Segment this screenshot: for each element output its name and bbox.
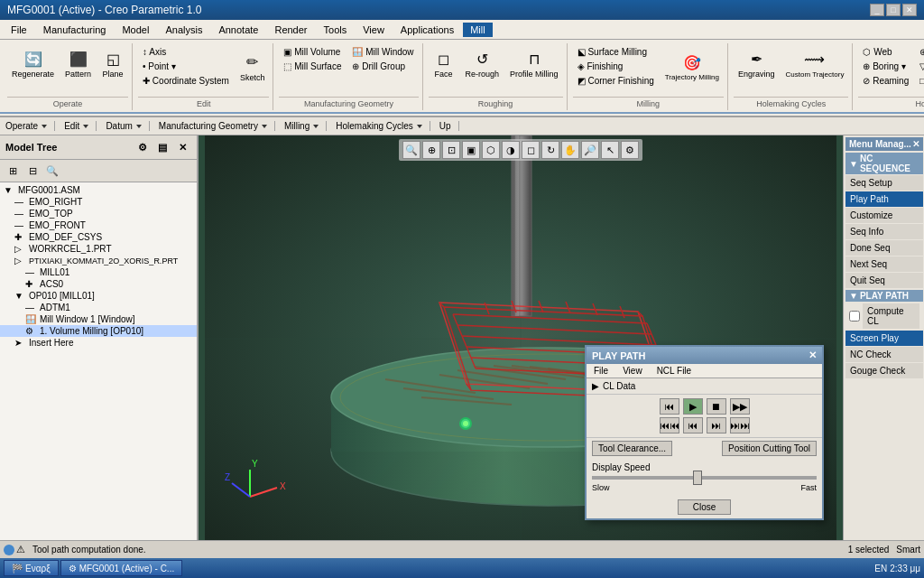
- cmd-holemaking[interactable]: Holemaking Cycles: [334, 121, 424, 131]
- speed-track[interactable]: [592, 476, 817, 480]
- coord-sys-button[interactable]: ✚ Coordinate System: [138, 74, 234, 88]
- menu-model[interactable]: Model: [115, 23, 156, 37]
- screen-play-button[interactable]: Screen Play: [845, 331, 923, 346]
- tree-item-insert-here[interactable]: ➤ Insert Here: [0, 337, 197, 349]
- close-window-button[interactable]: ✕: [902, 4, 917, 16]
- mill-window-button[interactable]: 🪟 Mill Window: [347, 45, 418, 59]
- compute-cl-button[interactable]: Compute CL: [863, 303, 919, 329]
- trajectory-milling-button[interactable]: 🎯 Trajectory Milling: [661, 49, 724, 84]
- done-seq-button[interactable]: Done Seq: [845, 240, 923, 256]
- countersink-button[interactable]: ▽ Countersink: [915, 60, 924, 73]
- tree-collapse-button[interactable]: ⊟: [23, 162, 42, 180]
- tree-item-mfg0001[interactable]: ▼ MFG0001.ASM: [0, 184, 197, 196]
- menu-applications[interactable]: Applications: [393, 23, 461, 37]
- drill-group-button[interactable]: ⊕ Drill Group: [347, 60, 418, 73]
- cmd-milling[interactable]: Milling: [282, 121, 320, 131]
- step-forward-fast-button[interactable]: ⏭⏭: [730, 417, 750, 434]
- rewind-button[interactable]: ⏮: [660, 398, 679, 415]
- shading-button[interactable]: ◑: [502, 141, 520, 159]
- point-button[interactable]: • Point ▾: [138, 60, 234, 73]
- zoom-in-button[interactable]: ⊕: [422, 141, 440, 159]
- menu-mill[interactable]: Mill: [463, 23, 493, 37]
- step-back-button[interactable]: ⏮: [683, 417, 703, 434]
- minimize-button[interactable]: _: [870, 4, 884, 16]
- menu-render[interactable]: Render: [267, 23, 314, 37]
- play-path-button[interactable]: Play Path: [845, 191, 923, 207]
- face-button[interactable]: ◻ Face: [429, 45, 459, 81]
- speed-thumb[interactable]: [693, 471, 702, 485]
- cmd-mfg-geom[interactable]: Manufacturing Geometry: [157, 121, 269, 131]
- next-seq-button[interactable]: Next Seq: [845, 256, 923, 272]
- nc-panel-close-icon[interactable]: ✕: [912, 139, 919, 149]
- tree-item-mill-window[interactable]: 🪟 Mill Window 1 [Window]: [0, 313, 197, 325]
- gouge-check-button[interactable]: Gouge Check: [845, 363, 923, 378]
- play-forward-button[interactable]: ▶▶: [730, 398, 750, 415]
- menu-analysis[interactable]: Analysis: [158, 23, 209, 37]
- cmd-edit[interactable]: Edit: [62, 121, 90, 131]
- tapping-button[interactable]: ⊛ Tapping: [915, 45, 924, 59]
- axis-button[interactable]: ↕ Axis: [138, 45, 234, 59]
- finishing-button[interactable]: ◈ Finishing: [573, 60, 659, 73]
- cl-data-expand-icon[interactable]: ▶: [592, 381, 599, 391]
- tree-item-workrcel[interactable]: ▷ WORKRCEL_1.PRT: [0, 243, 197, 255]
- position-cutting-tool-button[interactable]: Position Cutting Tool: [722, 441, 817, 456]
- play-path-close-icon[interactable]: ✕: [808, 350, 817, 361]
- maximize-button[interactable]: □: [886, 4, 901, 16]
- rerough-button[interactable]: ↺ Re-rough: [461, 45, 504, 81]
- tree-search-button[interactable]: 🔍: [43, 162, 61, 180]
- custom-traj-button[interactable]: ⟿ Custom Trajectory: [781, 46, 848, 81]
- tree-item-op010[interactable]: ▼ OP010 [MILL01]: [0, 290, 197, 302]
- seq-setup-button[interactable]: Seq Setup: [845, 175, 923, 191]
- quit-seq-button[interactable]: Quit Seq: [845, 273, 923, 288]
- tree-item-emo-top[interactable]: — EMO_TOP: [0, 208, 197, 219]
- stop-button[interactable]: ⏹: [707, 398, 726, 415]
- select-button[interactable]: ↖: [601, 141, 619, 159]
- engraving-button[interactable]: ✒ Engraving: [734, 45, 780, 81]
- regenerate-button[interactable]: 🔄 Regenerate: [7, 45, 59, 81]
- cmd-operate[interactable]: Operate: [4, 121, 49, 131]
- cmd-up[interactable]: Up: [438, 121, 453, 131]
- refit-button[interactable]: ⬡: [482, 141, 500, 159]
- pan-button[interactable]: ✋: [561, 141, 579, 159]
- tree-filter-button[interactable]: ▤: [153, 138, 171, 156]
- tree-settings-button[interactable]: ⚙: [134, 138, 152, 156]
- sketch-button[interactable]: ✏ Sketch: [236, 49, 270, 85]
- nc-check-button[interactable]: NC Check: [845, 347, 923, 362]
- menu-view[interactable]: View: [356, 23, 392, 37]
- title-bar-controls[interactable]: _ □ ✕: [870, 4, 917, 16]
- tree-expand-button[interactable]: ⊞: [4, 162, 22, 180]
- pp-menu-file[interactable]: File: [587, 364, 615, 378]
- step-back-fast-button[interactable]: ⏮⏮: [660, 417, 679, 434]
- tree-item-volume-milling[interactable]: ⚙ 1. Volume Milling [OP010]: [0, 325, 197, 337]
- tree-item-ptixiaki[interactable]: ▷ PTIXIAKI_KOMMATI_2O_XORIS_R.PRT: [0, 255, 197, 266]
- corner-finishing-button[interactable]: ◩ Corner Finishing: [573, 74, 659, 88]
- seq-info-button[interactable]: Seq Info: [845, 224, 923, 239]
- dialog-close-button[interactable]: Close: [678, 499, 732, 515]
- tree-item-emo-right[interactable]: — EMO_RIGHT: [0, 196, 197, 208]
- zoom-full-button[interactable]: ⊡: [442, 141, 460, 159]
- menu-manufacturing[interactable]: Manufacturing: [36, 23, 114, 37]
- mill-surface-button[interactable]: ⬚ Mill Surface: [279, 60, 346, 73]
- reaming-button[interactable]: ⊘ Reaming: [858, 74, 913, 88]
- cmd-datum[interactable]: Datum: [104, 121, 143, 131]
- step-forward-button[interactable]: ⏭: [707, 417, 726, 434]
- face2-button[interactable]: □ Face: [915, 74, 924, 88]
- plane-button[interactable]: ◱ Plane: [97, 45, 128, 81]
- play-button[interactable]: ▶: [683, 398, 703, 415]
- web-button[interactable]: ⬡ Web: [858, 45, 913, 59]
- start-button[interactable]: 🏁 Εναρξ: [4, 560, 59, 576]
- tool-clearance-button[interactable]: Tool Clearance...: [592, 441, 672, 456]
- tree-close-button[interactable]: ✕: [173, 138, 191, 156]
- tree-item-acs0[interactable]: ✚ ACS0: [0, 278, 197, 290]
- tree-item-emo-front[interactable]: — EMO_FRONT: [0, 219, 197, 231]
- wireframe-button[interactable]: ◻: [522, 141, 540, 159]
- extra-button[interactable]: ⚙: [621, 141, 639, 159]
- tree-item-mill01[interactable]: — MILL01: [0, 266, 197, 278]
- rotate-button[interactable]: ↻: [541, 141, 559, 159]
- tree-item-adtm1[interactable]: — ADTM1: [0, 302, 197, 313]
- pattern-button[interactable]: ⬛ Pattern: [60, 45, 96, 81]
- boring-button[interactable]: ⊕ Boring ▾: [858, 60, 913, 73]
- zoom-button[interactable]: 🔎: [581, 141, 599, 159]
- menu-file[interactable]: File: [4, 23, 34, 37]
- zoom-out-button[interactable]: 🔍: [402, 141, 420, 159]
